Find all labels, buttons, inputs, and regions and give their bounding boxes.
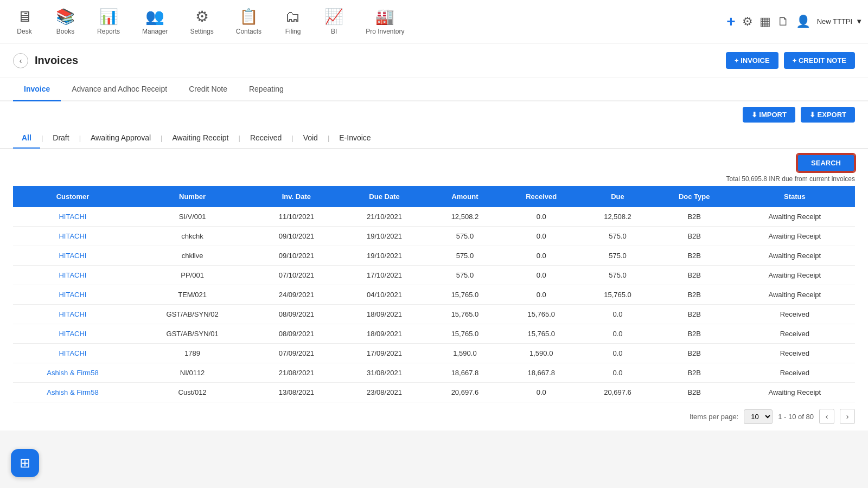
number-cell: chkchk	[132, 227, 252, 246]
sub-tab-void[interactable]: Void	[295, 128, 327, 149]
settings-icon[interactable]: ⚙	[742, 15, 753, 29]
nav-label-contacts: Contacts	[236, 28, 261, 35]
nav-label-manager: Manager	[142, 28, 168, 35]
customer-cell[interactable]: HITACHI	[13, 266, 132, 285]
received-cell: 0.0	[501, 266, 581, 285]
tab-credit-note[interactable]: Credit Note	[178, 78, 238, 101]
customer-cell[interactable]: HITACHI	[13, 344, 132, 363]
tab-repeating[interactable]: Repeating	[238, 78, 295, 101]
customer-link[interactable]: HITACHI	[59, 232, 86, 240]
per-page-select[interactable]: 10 25 50	[744, 409, 773, 424]
customer-cell[interactable]: HITACHI	[13, 207, 132, 227]
search-area: SEARCH	[0, 149, 868, 174]
nav-item-bi[interactable]: 📈 BI	[315, 3, 353, 40]
nav-item-settings[interactable]: ⚙ Settings	[180, 3, 223, 40]
document-icon[interactable]: 🗋	[777, 15, 789, 29]
table-row: HITACHI178907/09/202117/09/20211,590.01,…	[13, 344, 855, 363]
sub-tab-awaiting-approval[interactable]: Awaiting Approval	[82, 128, 159, 149]
amount-cell: 15,765.0	[429, 324, 502, 344]
customer-link[interactable]: HITACHI	[59, 271, 86, 279]
sub-tab-draft[interactable]: Draft	[44, 128, 78, 149]
inv-date-cell: 21/08/2021	[252, 363, 340, 383]
customer-link[interactable]: HITACHI	[59, 213, 86, 221]
nav-item-filing[interactable]: 🗂 Filing	[274, 3, 312, 40]
number-cell: NI/0112	[132, 363, 252, 383]
received-cell: 18,667.8	[501, 363, 581, 383]
doc-type-cell: B2B	[654, 383, 735, 402]
due-cell: 0.0	[581, 363, 654, 383]
customer-link[interactable]: HITACHI	[59, 330, 86, 338]
received-cell: 15,765.0	[501, 305, 581, 324]
export-button[interactable]: ⬇ EXPORT	[801, 107, 855, 123]
due-cell: 575.0	[581, 266, 654, 285]
nav-items: 🖥 Desk 📚 Books 📊 Reports 👥 Manager ⚙ Set…	[5, 3, 726, 40]
nav-item-reports[interactable]: 📊 Reports	[87, 3, 130, 40]
import-button[interactable]: ⬇ IMPORT	[743, 107, 795, 123]
sub-tab-awaiting-receipt[interactable]: Awaiting Receipt	[163, 128, 237, 149]
prev-page-button[interactable]: ‹	[819, 409, 834, 424]
customer-link[interactable]: HITACHI	[59, 291, 86, 299]
due-date-cell: 17/09/2021	[340, 344, 428, 363]
bottom-dock[interactable]: ⊞	[11, 449, 39, 477]
grid-icon[interactable]: ▦	[760, 15, 771, 29]
col-header-inv-date: Inv. Date	[252, 186, 340, 207]
nav-item-desk[interactable]: 🖥 Desk	[5, 3, 43, 40]
search-button[interactable]: SEARCH	[797, 154, 855, 172]
header-buttons: + INVOICE + CREDIT NOTE	[726, 52, 855, 69]
chevron-down-icon: ▼	[856, 17, 863, 25]
bi-icon: 📈	[324, 8, 343, 25]
customer-link[interactable]: Ashish & Firm58	[47, 369, 98, 377]
tab-invoice[interactable]: Invoice	[13, 78, 61, 101]
col-header-status: Status	[735, 186, 855, 207]
back-button[interactable]: ‹	[13, 53, 28, 68]
amount-cell: 575.0	[429, 227, 502, 246]
due-date-cell: 19/10/2021	[340, 246, 428, 266]
doc-type-cell: B2B	[654, 227, 735, 246]
customer-cell[interactable]: HITACHI	[13, 227, 132, 246]
nav-item-contacts[interactable]: 📋 Contacts	[226, 3, 271, 40]
status-cell: Received	[735, 363, 855, 383]
due-cell: 20,697.6	[581, 383, 654, 402]
page-header: ‹ Invoices + INVOICE + CREDIT NOTE	[0, 43, 868, 78]
sub-tab-all[interactable]: All	[13, 128, 40, 149]
customer-link[interactable]: Ashish & Firm58	[47, 388, 98, 396]
invoice-button[interactable]: + INVOICE	[726, 52, 778, 69]
customer-cell[interactable]: Ashish & Firm58	[13, 383, 132, 402]
customer-link[interactable]: HITACHI	[59, 349, 86, 357]
filing-icon: 🗂	[285, 8, 301, 25]
tab-advance[interactable]: Advance and Adhoc Receipt	[61, 78, 178, 101]
amount-cell: 18,667.8	[429, 363, 502, 383]
amount-cell: 1,590.0	[429, 344, 502, 363]
next-page-button[interactable]: ›	[840, 409, 855, 424]
total-text: Total 50,695.8 INR due from current invo…	[0, 174, 868, 186]
nav-item-books[interactable]: 📚 Books	[46, 3, 85, 40]
nav-item-pro-inventory[interactable]: 🏭 Pro Inventory	[356, 3, 414, 40]
status-cell: Awaiting Receipt	[735, 266, 855, 285]
customer-cell[interactable]: HITACHI	[13, 246, 132, 266]
page-title: Invoices	[35, 54, 78, 67]
credit-note-button[interactable]: + CREDIT NOTE	[784, 52, 855, 69]
customer-cell[interactable]: Ashish & Firm58	[13, 363, 132, 383]
sub-tab-e-invoice[interactable]: E-Invoice	[330, 128, 379, 149]
customer-cell[interactable]: HITACHI	[13, 285, 132, 305]
user-menu[interactable]: New TTTPI ▼	[817, 17, 863, 25]
settings-icon: ⚙	[195, 8, 209, 25]
customer-link[interactable]: HITACHI	[59, 252, 86, 260]
nav-item-manager[interactable]: 👥 Manager	[132, 3, 177, 40]
add-icon[interactable]: +	[726, 13, 735, 30]
contacts-icon: 📋	[239, 8, 258, 25]
user-circle-icon[interactable]: 👤	[796, 15, 810, 29]
due-date-cell: 17/10/2021	[340, 266, 428, 285]
status-cell: Awaiting Receipt	[735, 227, 855, 246]
status-cell: Awaiting Receipt	[735, 383, 855, 402]
col-header-amount: Amount	[429, 186, 502, 207]
customer-cell[interactable]: HITACHI	[13, 305, 132, 324]
nav-label-filing: Filing	[285, 28, 301, 35]
customer-cell[interactable]: HITACHI	[13, 324, 132, 344]
due-cell: 0.0	[581, 324, 654, 344]
sub-tab-received[interactable]: Received	[241, 128, 290, 149]
number-cell: PP/001	[132, 266, 252, 285]
customer-link[interactable]: HITACHI	[59, 310, 86, 318]
due-cell: 12,508.2	[581, 207, 654, 227]
header-row: CustomerNumberInv. DateDue DateAmountRec…	[13, 186, 855, 207]
